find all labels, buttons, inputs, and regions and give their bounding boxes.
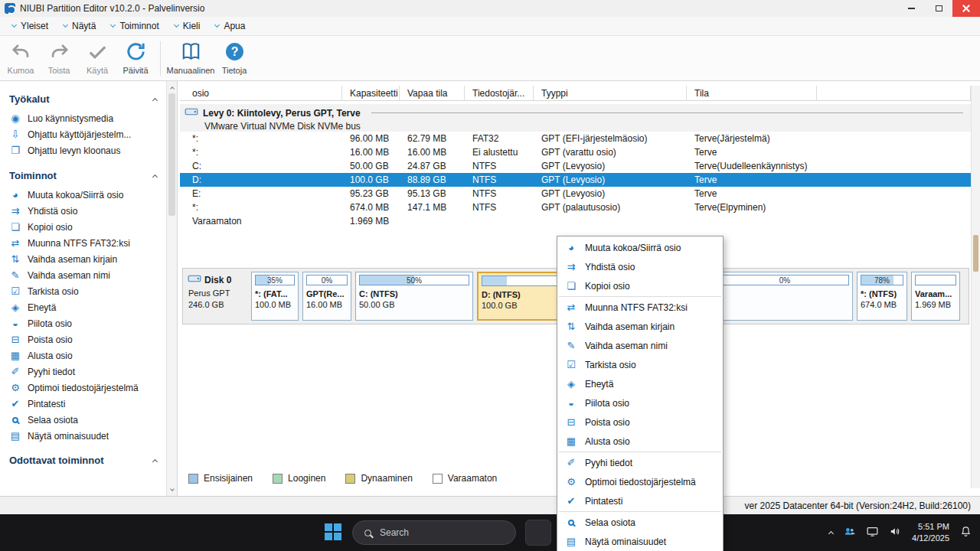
sidebar-item-rename[interactable]: ✎Vaihda aseman nimi [8, 267, 166, 283]
section-tools[interactable]: Työkalut [8, 89, 166, 110]
start-button[interactable] [325, 523, 343, 542]
about-button[interactable]: ? Tietoja [215, 39, 253, 75]
scroll-down-icon[interactable] [167, 484, 178, 495]
hide-icon: ◒ [565, 398, 577, 408]
context-item-format[interactable]: ▦Alusta osio [557, 432, 723, 451]
menu-kieli[interactable]: Kieli [167, 18, 208, 34]
partition-block-msr[interactable]: 0% GPT(Re... 16.00 MB [302, 272, 351, 321]
taskbar-app-icon[interactable] [525, 520, 551, 546]
sidebar-item-format[interactable]: ▦Alusta osio [8, 347, 166, 364]
menu-apua[interactable]: Apua [207, 18, 253, 34]
context-item-merge[interactable]: ⇉Yhdistä osio [557, 257, 723, 276]
notification-bell-icon[interactable] [959, 525, 972, 540]
menu-toiminnot[interactable]: Toiminnot [103, 18, 166, 34]
main-scrollbar[interactable] [971, 86, 980, 488]
context-item-browse[interactable]: Selaa osiota [557, 513, 723, 532]
partition-block-recovery[interactable]: 78% *: (NTFS) 674.0 MB [857, 272, 907, 321]
context-item-drive-letter[interactable]: ⇅Vaihda aseman kirjain [557, 317, 723, 336]
table-row[interactable]: Varaamaton1.969 MB [180, 214, 971, 228]
context-item-rename[interactable]: ✎Vaihda aseman nimi [557, 336, 723, 355]
column-filesystem[interactable]: Tiedostojär... [465, 86, 534, 100]
sidebar-item-optimize[interactable]: ⚙Optimoi tiedostojärjestelmä [8, 380, 166, 396]
svg-text:?: ? [230, 45, 238, 58]
tool-label: Kumoa [8, 66, 34, 75]
sidebar-item-defrag[interactable]: ◈Eheytä [8, 299, 166, 315]
partition-block-efi[interactable]: 35% *: (FAT... 100.0 MB [251, 272, 299, 321]
partition-block-c[interactable]: 50% C: (NTFS) 50.00 GB [355, 272, 473, 321]
context-item-check[interactable]: ☑Tarkista osio [557, 355, 723, 374]
maximize-button[interactable] [925, 0, 952, 17]
minimize-button[interactable] [897, 0, 925, 17]
column-status[interactable]: Tila [687, 86, 817, 100]
scroll-up-icon[interactable] [167, 82, 178, 93]
context-item-resize[interactable]: ◕Muuta kokoa/Siirrä osio [557, 238, 723, 257]
table-row-selected[interactable]: D:100.0 GB88.89 GBNTFSGPT (Levyosio)Terv… [180, 173, 971, 187]
clock[interactable]: 5:51 PM 4/12/2025 [912, 521, 949, 545]
menu-nayta[interactable]: Näytä [56, 18, 103, 34]
sidebar-item-boot-media[interactable]: ◉Luo käynnistysmedia [8, 110, 166, 126]
menu-yleiset[interactable]: Yleiset [5, 18, 56, 34]
close-button[interactable] [952, 0, 980, 17]
context-item-delete[interactable]: ⊟Poista osio [557, 412, 723, 432]
table-row[interactable]: C:50.00 GB24.87 GBNTFSGPT (Levyosio)Terv… [180, 159, 971, 173]
context-item-wipe[interactable]: ✐Pyyhi tiedot [557, 453, 723, 472]
refresh-button[interactable]: Päivitä [116, 39, 155, 75]
context-item-optimize[interactable]: ⚙Optimoi tiedostojärjestelmä [557, 472, 723, 491]
table-row[interactable]: E:95.23 GB95.13 GBNTFSGPT (Levyosio)Terv… [180, 187, 971, 201]
context-item-properties[interactable]: ▤Näytä ominaisuudet [557, 532, 723, 551]
sidebar-item-check[interactable]: ☑Tarkista osio [8, 283, 166, 299]
defrag-icon: ◈ [9, 302, 21, 312]
sidebar-item-wipe[interactable]: ✐Pyyhi tiedot [8, 364, 166, 380]
sidebar-item-disk-clone[interactable]: ❐Ohjattu levyn kloonaus [8, 142, 166, 158]
table-row[interactable]: *:16.00 MB16.00 MBEi alustettuGPT (varat… [180, 145, 971, 159]
tray-chevron-up-icon[interactable] [828, 531, 834, 536]
section-pending[interactable]: Odottavat toiminnot [8, 450, 166, 471]
table-header: osio Kapasiteetti Vapaa tila Tiedostojär… [180, 86, 971, 101]
disk-group-header[interactable]: Levy 0: Kiintolevy, Perus GPT, Terve VMw… [180, 104, 971, 132]
display-icon[interactable] [866, 525, 879, 540]
column-free[interactable]: Vapaa tila [400, 86, 465, 100]
context-item-hide[interactable]: ◒Piilota osio [557, 393, 723, 412]
wipe-icon: ✐ [9, 367, 21, 377]
apply-button[interactable]: Käytä [78, 39, 116, 75]
manual-button[interactable]: Manuaalinen [166, 39, 215, 75]
sidebar-item-browse[interactable]: Selaa osiota [8, 412, 166, 428]
context-item-surface-test[interactable]: ✔Pintatesti [557, 491, 723, 510]
properties-icon: ▤ [9, 431, 21, 441]
sidebar-scrollbar[interactable] [166, 81, 177, 496]
sidebar-item-copy[interactable]: ❏Kopioi osio [8, 219, 166, 235]
scrollbar-thumb[interactable] [168, 93, 175, 216]
tool-label: Käytä [87, 66, 108, 75]
context-item-convert[interactable]: ⇄Muunna NTFS FAT32:ksi [557, 298, 723, 317]
column-osio[interactable]: osio [180, 86, 342, 100]
context-item-copy[interactable]: ❏Kopioi osio [557, 276, 723, 295]
delete-icon: ⊟ [9, 334, 21, 344]
context-item-label: Pintatesti [585, 496, 622, 507]
table-row[interactable]: *:96.00 MB62.79 MBFAT32GPT (EFI-järjeste… [180, 132, 971, 145]
sidebar-item-delete[interactable]: ⊟Poista osio [8, 331, 166, 347]
table-row[interactable]: *:674.0 MB147.1 MBNTFSGPT (palautusosio)… [180, 201, 971, 214]
sidebar-item-os-wizard[interactable]: ⇩Ohjattu käyttöjärjestelm... [8, 126, 166, 142]
cell-osio: E: [180, 188, 342, 199]
sidebar-item-surface-test[interactable]: ✔Pintatesti [8, 396, 166, 412]
scrollbar-thumb[interactable] [973, 235, 978, 272]
sidebar-item-merge[interactable]: ⇉Yhdistä osio [8, 203, 166, 219]
sidebar-item-drive-letter[interactable]: ⇅Vaihda aseman kirjain [8, 251, 166, 267]
search-box[interactable]: Search [352, 520, 516, 545]
people-icon[interactable] [843, 525, 856, 540]
disk-info[interactable]: Disk 0 Perus GPT 246.0 GB [186, 272, 247, 321]
speaker-icon[interactable] [889, 525, 902, 540]
cell-capacity: 1.969 MB [342, 216, 400, 227]
column-capacity[interactable]: Kapasiteetti [342, 86, 400, 100]
section-operations[interactable]: Toiminnot [8, 165, 166, 187]
sidebar-item-properties[interactable]: ▤Näytä ominaisuudet [8, 428, 166, 444]
context-item-defrag[interactable]: ◈Eheytä [557, 374, 723, 393]
sidebar-item-hide[interactable]: ◒Piilota osio [8, 315, 166, 331]
sidebar-item-convert[interactable]: ⇄Muunna NTFS FAT32:ksi [8, 235, 166, 251]
undo-button[interactable]: Kumoa [2, 39, 40, 75]
partition-block-unallocated[interactable]: Varaam... 1.969 MB [911, 272, 960, 321]
redo-button[interactable]: Toista [40, 39, 78, 75]
sidebar-item-resize[interactable]: ◕Muuta kokoa/Siirrä osio [8, 187, 166, 203]
partition-block-e[interactable]: 0% [717, 272, 853, 321]
column-type[interactable]: Tyyppi [534, 86, 687, 100]
